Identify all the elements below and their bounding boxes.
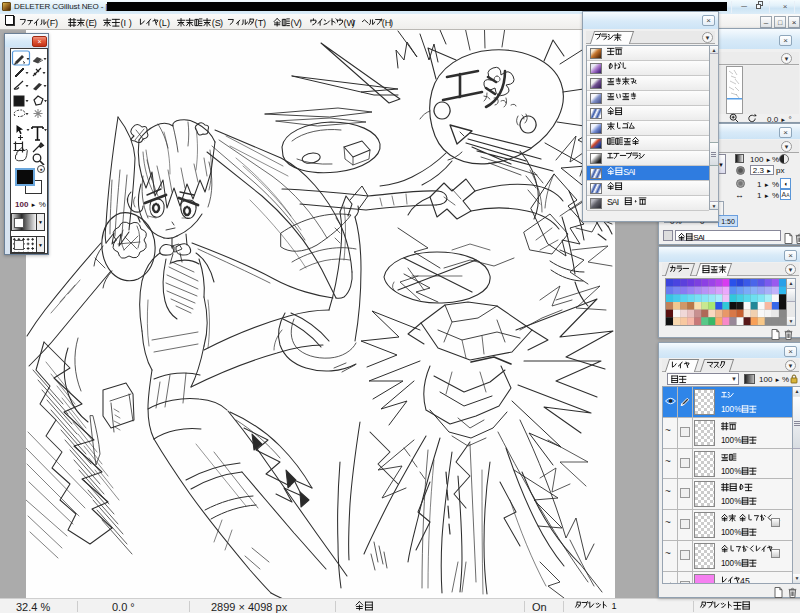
svg-text:I: I [633,167,635,177]
svg-text:): ) [352,18,355,28]
svg-text:%: % [734,467,741,476]
svg-text:): ) [55,18,58,28]
svg-text:): ) [220,18,223,28]
svg-text:): ) [390,18,393,28]
svg-text:%: % [734,559,741,568]
svg-text:1: 1 [611,601,616,611]
svg-text:%: % [734,436,741,445]
svg-text:%: % [734,529,741,538]
svg-text:): ) [129,18,132,28]
svg-text:): ) [94,18,97,28]
svg-text:): ) [263,18,266,28]
svg-text:%: % [734,498,741,507]
svg-text:I: I [124,18,127,28]
svg-text:5: 5 [745,576,750,584]
svg-text:): ) [299,18,302,28]
svg-text:I: I [702,233,704,242]
svg-text:%: % [734,405,741,414]
svg-text:I: I [617,197,619,207]
svg-text:): ) [167,18,170,28]
